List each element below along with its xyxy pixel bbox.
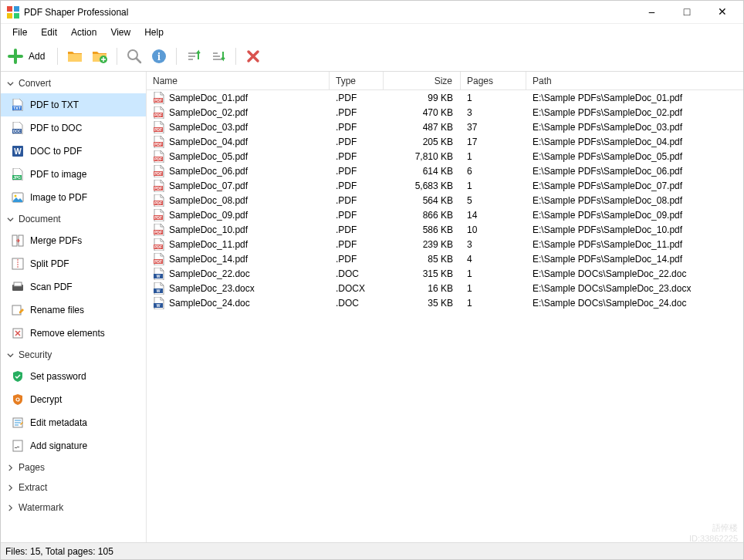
table-row[interactable]: SampleDoc_11.pdf.PDF239 KB3E:\Sample PDF…: [147, 237, 743, 251]
window-title: PDF Shaper Professional: [24, 7, 634, 18]
sidebar-item-pdf-to-txt[interactable]: PDF to TXT: [1, 93, 146, 116]
file-name: SampleDoc_08.pdf: [169, 195, 248, 206]
separator: [176, 48, 177, 65]
sidebar-item-pdf-to-doc[interactable]: PDF to DOC: [1, 116, 146, 140]
sidebar-item-label: Rename files: [30, 305, 84, 315]
pdf-file-icon: [153, 136, 165, 148]
move-down-button[interactable]: [208, 46, 229, 67]
doc-icon: [12, 122, 24, 134]
column-header-pages[interactable]: Pages: [461, 72, 526, 89]
menubar: FileEditActionViewHelp: [1, 24, 743, 41]
doc-file-icon: [153, 268, 165, 280]
cell-path: E:\Sample PDFs\SampleDoc_09.pdf: [526, 207, 743, 222]
sidebar-item-merge-pdfs[interactable]: Merge PDFs: [1, 229, 146, 252]
sidebar-item-split-pdf[interactable]: Split PDF: [1, 252, 146, 275]
sidebar-item-label: Merge PDFs: [30, 235, 82, 246]
close-button[interactable]: ✕: [705, 1, 740, 24]
cell-type: .PDF: [330, 251, 384, 266]
column-header-path[interactable]: Path: [526, 72, 743, 89]
column-header-name[interactable]: Name: [147, 72, 330, 89]
sidebar-item-pdf-to-image[interactable]: PDF to image: [1, 163, 146, 186]
menu-action[interactable]: Action: [64, 25, 103, 39]
section-header-convert[interactable]: Convert: [1, 73, 146, 93]
cell-type: .PDF: [330, 193, 384, 207]
preview-button[interactable]: [123, 46, 145, 67]
sidebar-item-label: Edit metadata: [30, 417, 87, 428]
menu-view[interactable]: View: [103, 25, 137, 39]
cell-path: E:\Sample PDFs\SampleDoc_05.pdf: [526, 149, 743, 164]
shield_g-icon: [12, 370, 24, 383]
cell-pages: 1: [461, 295, 526, 310]
cell-size: 315 KB: [384, 266, 461, 281]
sidebar-item-scan-pdf[interactable]: Scan PDF: [1, 275, 146, 299]
list-header: Name Type Size Pages Path: [147, 72, 743, 90]
sidebar-item-set-password[interactable]: Set password: [1, 365, 146, 388]
cell-path: E:\Sample PDFs\SampleDoc_02.pdf: [526, 105, 743, 120]
chevron-down-icon: [7, 216, 15, 223]
cell-path: E:\Sample DOCs\SampleDoc_22.doc: [526, 266, 743, 281]
minimize-button[interactable]: ‒: [634, 1, 669, 24]
cell-pages: 1: [461, 266, 526, 281]
table-row[interactable]: SampleDoc_05.pdf.PDF7,810 KB1E:\Sample P…: [147, 149, 743, 164]
doc-file-icon: [153, 282, 165, 295]
section-header-extract[interactable]: Extract: [1, 477, 146, 498]
cell-pages: 3: [461, 105, 526, 120]
table-row[interactable]: SampleDoc_23.docx.DOCX16 KB1E:\Sample DO…: [147, 281, 743, 295]
section-header-security[interactable]: Security: [1, 345, 146, 365]
table-row[interactable]: SampleDoc_04.pdf.PDF205 KB17E:\Sample PD…: [147, 134, 743, 149]
cell-type: .PDF: [330, 90, 384, 105]
sidebar-item-label: Decrypt: [30, 394, 62, 405]
table-row[interactable]: SampleDoc_03.pdf.PDF487 KB37E:\Sample PD…: [147, 120, 743, 134]
menu-edit[interactable]: Edit: [34, 25, 64, 39]
column-header-type[interactable]: Type: [330, 72, 384, 89]
sidebar-item-rename-files[interactable]: Rename files: [1, 299, 146, 322]
table-row[interactable]: SampleDoc_06.pdf.PDF614 KB6E:\Sample PDF…: [147, 164, 743, 178]
info-button[interactable]: [148, 46, 170, 67]
section-header-pages[interactable]: Pages: [1, 457, 146, 477]
table-row[interactable]: SampleDoc_10.pdf.PDF586 KB10E:\Sample PD…: [147, 222, 743, 237]
table-row[interactable]: SampleDoc_22.doc.DOC315 KB1E:\Sample DOC…: [147, 266, 743, 281]
cell-type: .PDF: [330, 164, 384, 178]
cell-size: 205 KB: [384, 134, 461, 149]
table-row[interactable]: SampleDoc_07.pdf.PDF5,683 KB1E:\Sample P…: [147, 178, 743, 193]
file-name: SampleDoc_03.pdf: [169, 122, 248, 133]
file-name: SampleDoc_10.pdf: [169, 224, 248, 235]
cell-type: .PDF: [330, 178, 384, 193]
table-row[interactable]: SampleDoc_01.pdf.PDF99 KB1E:\Sample PDFs…: [147, 90, 743, 105]
add-folder-button[interactable]: [89, 46, 110, 67]
table-row[interactable]: SampleDoc_14.pdf.PDF85 KB4E:\Sample PDFs…: [147, 251, 743, 266]
status-text: Files: 15, Total pages: 105: [5, 546, 113, 557]
sidebar-item-doc-to-pdf[interactable]: DOC to PDF: [1, 140, 146, 163]
table-row[interactable]: SampleDoc_08.pdf.PDF564 KB5E:\Sample PDF…: [147, 193, 743, 207]
separator: [235, 48, 236, 65]
add-button[interactable]: Add: [5, 46, 51, 67]
sidebar-item-add-signature[interactable]: Add signature: [1, 434, 146, 457]
table-row[interactable]: SampleDoc_24.doc.DOC35 KB1E:\Sample DOCs…: [147, 295, 743, 310]
cell-pages: 1: [461, 281, 526, 295]
cell-pages: 4: [461, 251, 526, 266]
table-row[interactable]: SampleDoc_09.pdf.PDF866 KB14E:\Sample PD…: [147, 207, 743, 222]
section-header-document[interactable]: Document: [1, 209, 146, 229]
cell-path: E:\Sample PDFs\SampleDoc_04.pdf: [526, 134, 743, 149]
open-folder-button[interactable]: [64, 46, 86, 67]
shield_o-icon: [12, 393, 24, 406]
menu-help[interactable]: Help: [137, 25, 171, 39]
sidebar-item-edit-metadata[interactable]: Edit metadata: [1, 411, 146, 434]
cell-type: .PDF: [330, 222, 384, 237]
sidebar-item-decrypt[interactable]: Decrypt: [1, 388, 146, 411]
table-row[interactable]: SampleDoc_02.pdf.PDF470 KB3E:\Sample PDF…: [147, 105, 743, 120]
content: ConvertPDF to TXTPDF to DOCDOC to PDFPDF…: [1, 72, 743, 542]
plus-icon: [7, 48, 24, 65]
column-header-size[interactable]: Size: [384, 72, 461, 89]
cell-path: E:\Sample PDFs\SampleDoc_14.pdf: [526, 251, 743, 266]
cell-path: E:\Sample DOCs\SampleDoc_24.doc: [526, 295, 743, 310]
sidebar-item-remove-elements[interactable]: Remove elements: [1, 322, 146, 345]
section-header-watermark[interactable]: Watermark: [1, 498, 146, 518]
file-name: SampleDoc_02.pdf: [169, 107, 248, 118]
sidebar-item-image-to-pdf[interactable]: Image to PDF: [1, 186, 146, 209]
remove-button[interactable]: [242, 46, 264, 67]
move-up-button[interactable]: [183, 46, 205, 67]
maximize-button[interactable]: □: [669, 1, 705, 24]
menu-file[interactable]: File: [5, 25, 34, 39]
pdf-file-icon: [153, 106, 165, 119]
